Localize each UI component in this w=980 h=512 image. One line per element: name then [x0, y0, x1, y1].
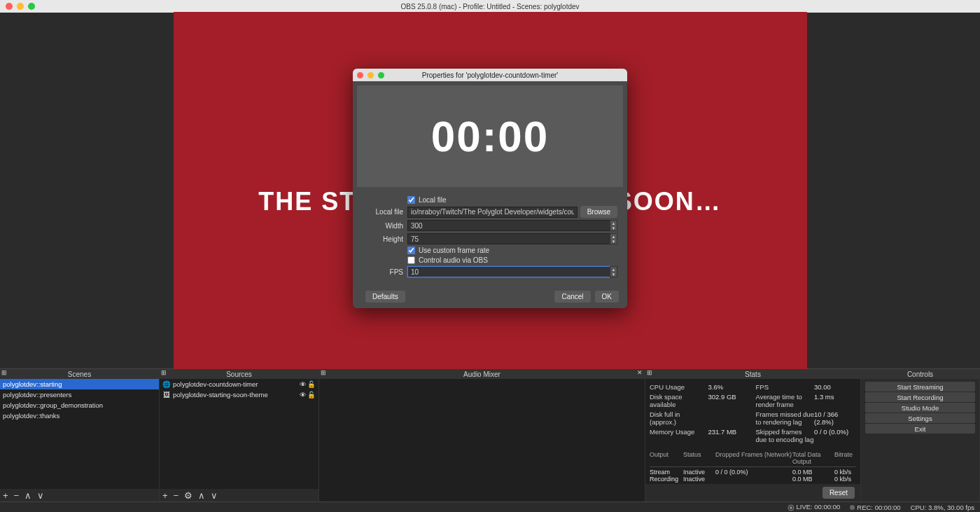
dock-icon[interactable]: ⊞ [161, 369, 167, 376]
scene-down-button[interactable]: ∨ [37, 490, 44, 501]
dock-icon[interactable]: ⊞ [321, 369, 326, 376]
scenes-list[interactable]: polyglotdev::startingpolyglotdev::presen… [0, 379, 159, 489]
scene-item[interactable]: polyglotdev::group_demonstration [0, 400, 159, 410]
svg-point-0 [790, 506, 792, 509]
dock-icon[interactable]: ⊞ [647, 369, 652, 376]
status-live: LIVE: 00:00:00 [788, 503, 841, 511]
file-path-label: Local file [360, 208, 403, 216]
control-button-start-streaming[interactable]: Start Streaming [865, 382, 975, 392]
control-audio-label: Control audio via OBS [419, 256, 488, 264]
status-cpu: CPU: 3.8%, 30.00 fps [911, 504, 974, 511]
dialog-preview: 00:00 [357, 85, 623, 187]
scene-item[interactable]: polyglotdev::thanks [0, 410, 159, 421]
fps-input[interactable] [407, 266, 610, 277]
height-stepper[interactable]: ▲▼ [610, 233, 617, 244]
width-input[interactable] [407, 220, 610, 231]
dock-panels: ⊞Scenes polyglotdev::startingpolyglotdev… [0, 368, 980, 501]
countdown-display: 00:00 [431, 111, 550, 161]
window-title: OBS 25.0.8 (mac) - Profile: Untitled - S… [0, 3, 980, 11]
sources-list[interactable]: 🌐polyglotdev-countdown-timer👁🔓🖼polyglotd… [160, 379, 318, 489]
visibility-icon[interactable]: 👁 [299, 380, 307, 388]
source-type-icon: 🌐 [162, 380, 171, 388]
stats-title: Stats [745, 371, 761, 378]
control-button-start-recording[interactable]: Start Recording [865, 392, 975, 402]
properties-dialog: Properties for 'polyglotdev-countdown-ti… [353, 69, 627, 308]
add-scene-button[interactable]: + [3, 490, 8, 501]
control-button-studio-mode[interactable]: Studio Mode [865, 403, 975, 413]
fps-label: FPS [360, 268, 403, 276]
control-audio-checkbox[interactable] [407, 256, 415, 264]
sources-title: Sources [226, 371, 252, 378]
custom-fps-label: Use custom frame rate [419, 247, 489, 254]
status-bar: LIVE: 00:00:00 REC: 00:00:00 CPU: 3.8%, … [0, 501, 980, 512]
width-stepper[interactable]: ▲▼ [610, 220, 617, 231]
height-label: Height [360, 235, 403, 243]
scene-up-button[interactable]: ∧ [24, 490, 31, 501]
browse-button[interactable]: Browse [580, 206, 617, 218]
dialog-titlebar: Properties for 'polyglotdev-countdown-ti… [353, 69, 627, 81]
broadcast-icon [788, 504, 794, 511]
remove-source-button[interactable]: − [174, 490, 179, 501]
control-button-exit[interactable]: Exit [865, 424, 975, 434]
close-icon[interactable]: ✕ [637, 369, 643, 376]
source-type-icon: 🖼 [162, 391, 171, 399]
stats-panel: ⊞Stats CPU Usage3.6%Disk space available… [645, 369, 861, 501]
scenes-panel: ⊞Scenes polyglotdev::startingpolyglotdev… [0, 369, 160, 501]
source-up-button[interactable]: ∧ [198, 490, 205, 501]
mixer-body [319, 379, 645, 501]
record-dot-icon [850, 505, 855, 510]
control-button-settings[interactable]: Settings [865, 413, 975, 423]
window-titlebar: OBS 25.0.8 (mac) - Profile: Untitled - S… [0, 0, 980, 13]
width-label: Width [360, 222, 403, 230]
fps-stepper[interactable]: ▲▼ [610, 266, 617, 277]
source-item[interactable]: 🌐polyglotdev-countdown-timer👁🔓 [160, 379, 318, 389]
file-path-input[interactable] [407, 207, 578, 218]
height-input[interactable] [407, 233, 610, 244]
source-properties-button[interactable]: ⚙ [184, 490, 192, 501]
remove-scene-button[interactable]: − [14, 490, 20, 501]
stats-row: RecordingInactive0.0 MB0 kb/s [650, 476, 856, 483]
controls-title: Controls [907, 371, 933, 378]
stats-reset-button[interactable]: Reset [822, 487, 855, 499]
controls-panel: Controls Start StreamingStart RecordingS… [861, 369, 980, 501]
source-item[interactable]: 🖼polyglotdev-starting-soon-theme👁🔓 [160, 389, 318, 400]
scene-item[interactable]: polyglotdev::presenters [0, 389, 159, 400]
add-source-button[interactable]: + [162, 490, 168, 501]
dialog-title: Properties for 'polyglotdev-countdown-ti… [353, 71, 627, 79]
source-down-button[interactable]: ∨ [211, 490, 218, 501]
scenes-title: Scenes [68, 371, 91, 378]
defaults-button[interactable]: Defaults [365, 291, 405, 303]
lock-icon[interactable]: 🔓 [307, 391, 316, 399]
audio-mixer-panel: ⊞Audio Mixer✕ [319, 369, 645, 501]
cancel-button[interactable]: Cancel [554, 291, 590, 303]
stats-row: StreamInactive0 / 0 (0.0%)0.0 MB0 kb/s [650, 469, 856, 476]
sources-panel: ⊞Sources 🌐polyglotdev-countdown-timer👁🔓🖼… [160, 369, 319, 501]
scene-item[interactable]: polyglotdev::starting [0, 379, 159, 389]
lock-icon[interactable]: 🔓 [307, 380, 316, 388]
dock-icon[interactable]: ⊞ [1, 369, 7, 376]
mixer-title: Audio Mixer [463, 371, 500, 378]
visibility-icon[interactable]: 👁 [299, 391, 307, 399]
local-file-checkbox-label: Local file [419, 196, 446, 204]
local-file-checkbox[interactable] [407, 196, 415, 204]
status-rec: REC: 00:00:00 [850, 504, 900, 511]
custom-fps-checkbox[interactable] [407, 247, 415, 254]
ok-button[interactable]: OK [595, 291, 619, 303]
